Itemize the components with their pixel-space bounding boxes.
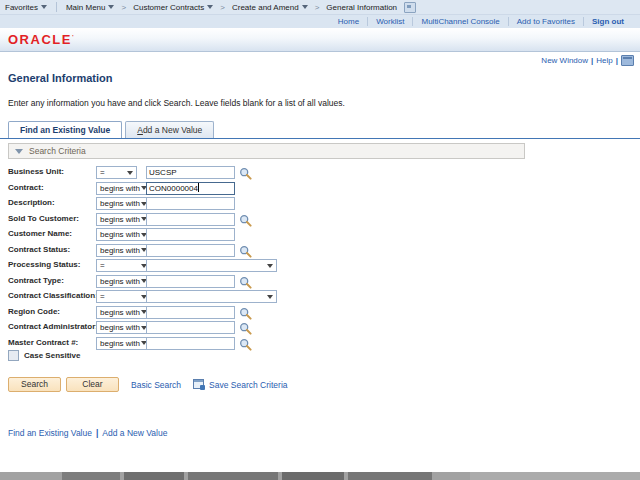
- value-input[interactable]: [146, 321, 235, 334]
- bottom-links: Find an Existing Value|Add a New Value: [8, 428, 167, 438]
- value-input[interactable]: [146, 337, 235, 350]
- header-link-add-to-favorites[interactable]: Add to Favorites: [508, 17, 583, 26]
- operator-value: begins with: [100, 199, 140, 208]
- new-window-link[interactable]: New Window: [541, 56, 588, 65]
- lookup-icon[interactable]: [239, 337, 252, 350]
- breadcrumb-chevron-icon: >: [315, 3, 320, 12]
- save-search-icon[interactable]: [193, 379, 205, 390]
- favorites-menu[interactable]: Favorites: [0, 0, 52, 14]
- lookup-icon[interactable]: [239, 306, 252, 319]
- value-select[interactable]: [146, 290, 277, 303]
- action-row: Search Clear Basic Search Save Search Cr…: [8, 377, 288, 392]
- header-links: HomeWorklistMultiChannel ConsoleAdd to F…: [330, 17, 583, 26]
- save-search-icon-badge: [200, 385, 205, 390]
- operator-value: begins with: [100, 339, 140, 348]
- operator-select[interactable]: begins with: [96, 244, 151, 257]
- value-input[interactable]: [146, 228, 235, 241]
- header-links-bar: HomeWorklistMultiChannel ConsoleAdd to F…: [0, 15, 640, 28]
- operator-select[interactable]: =: [96, 166, 137, 179]
- operator-select[interactable]: begins with: [96, 337, 151, 350]
- operator-select[interactable]: begins with: [96, 213, 151, 226]
- favorites-label: Favorites: [5, 3, 38, 12]
- value-input[interactable]: [146, 306, 235, 319]
- save-search-criteria-link[interactable]: Save Search Criteria: [209, 380, 287, 390]
- breadcrumb-item-label: Main Menu: [66, 3, 106, 12]
- field-row: Region Code: begins with: [0, 306, 640, 320]
- tab-find-an-existing-value[interactable]: Find an Existing Value: [8, 121, 122, 138]
- header-link-multichannel-console[interactable]: MultiChannel Console: [412, 17, 507, 26]
- operator-select[interactable]: begins with: [96, 182, 151, 195]
- field-row: Processing Status: =: [0, 259, 640, 273]
- page-popup-icon[interactable]: [404, 2, 416, 13]
- value-input[interactable]: USCSP: [146, 166, 235, 179]
- breadcrumb-items: Main Menu>Customer Contracts>Create and …: [61, 2, 421, 13]
- operator-value: begins with: [100, 184, 140, 193]
- search-criteria-header[interactable]: Search Criteria: [8, 143, 525, 159]
- bottom-link-add-a-new-value[interactable]: Add a New Value: [102, 428, 167, 438]
- taskbar-segment: [124, 472, 184, 480]
- operator-select[interactable]: begins with: [96, 228, 151, 241]
- case-sensitive-row: Case Sensitive: [8, 350, 80, 361]
- field-row: Customer Name: begins with: [0, 228, 640, 242]
- help-link[interactable]: Help: [596, 56, 612, 65]
- field-row: Contract Classification: =: [0, 290, 640, 304]
- value-input[interactable]: [146, 197, 235, 210]
- breadcrumb-item-label: General Information: [326, 3, 397, 12]
- clear-button[interactable]: Clear: [66, 377, 119, 392]
- breadcrumb-item-general-information[interactable]: General Information: [321, 2, 421, 13]
- operator-select[interactable]: =: [96, 290, 151, 303]
- operator-value: begins with: [100, 230, 140, 239]
- breadcrumb-item-main-menu[interactable]: Main Menu: [61, 3, 120, 12]
- collapse-triangle-icon: [15, 149, 23, 154]
- value-select[interactable]: [146, 259, 277, 272]
- basic-search-link[interactable]: Basic Search: [131, 380, 181, 390]
- field-row: Sold To Customer: begins with: [0, 213, 640, 227]
- signout-button[interactable]: Sign out: [583, 17, 632, 26]
- bottom-link-find-an-existing-value[interactable]: Find an Existing Value: [8, 428, 92, 438]
- operator-value: =: [100, 292, 105, 301]
- operator-select[interactable]: begins with: [96, 321, 151, 334]
- utility-separator: |: [591, 56, 593, 65]
- field-label: Contract Type:: [8, 276, 64, 285]
- field-row: Master Contract #: begins with: [0, 337, 640, 351]
- breadcrumb-item-create-and-amend[interactable]: Create and Amend: [227, 3, 313, 12]
- tab-add-a-new-value[interactable]: Add a New Value: [125, 121, 214, 138]
- taskbar-segment: [282, 472, 344, 480]
- value-input[interactable]: [146, 275, 235, 288]
- field-label: Master Contract #:: [8, 338, 78, 347]
- lookup-icon[interactable]: [239, 166, 252, 179]
- lookup-icon[interactable]: [239, 275, 252, 288]
- field-label: Contract Status:: [8, 245, 70, 254]
- personalize-page-icon[interactable]: [621, 55, 634, 66]
- field-label: Sold To Customer:: [8, 214, 79, 223]
- breadcrumb-item-label: Create and Amend: [232, 3, 299, 12]
- instruction-text: Enter any information you have and click…: [8, 98, 345, 108]
- select-arrow-icon: [127, 171, 133, 175]
- lookup-icon[interactable]: [239, 244, 252, 257]
- header-link-worklist[interactable]: Worklist: [367, 17, 412, 26]
- field-row: Contract Type: begins with: [0, 275, 640, 289]
- field-label: Processing Status:: [8, 260, 80, 269]
- operator-select[interactable]: begins with: [96, 275, 151, 288]
- value-input[interactable]: [146, 213, 235, 226]
- search-criteria-label: Search Criteria: [29, 146, 86, 156]
- lookup-icon[interactable]: [239, 321, 252, 334]
- operator-select[interactable]: begins with: [96, 306, 151, 319]
- search-button[interactable]: Search: [8, 377, 61, 392]
- taskbar-segment: [348, 472, 432, 480]
- header-link-home[interactable]: Home: [330, 17, 367, 26]
- breadcrumb-item-label: Customer Contracts: [133, 3, 204, 12]
- operator-select[interactable]: =: [96, 259, 151, 272]
- field-label: Customer Name:: [8, 229, 72, 238]
- tab-underline: [0, 138, 640, 139]
- case-sensitive-checkbox[interactable]: [8, 350, 19, 361]
- operator-select[interactable]: begins with: [96, 197, 151, 210]
- text-cursor: [198, 183, 199, 192]
- breadcrumb-item-customer-contracts[interactable]: Customer Contracts: [128, 3, 218, 12]
- value-input[interactable]: CON0000004: [146, 182, 235, 195]
- field-label: Region Code:: [8, 307, 60, 316]
- chevron-down-icon: [108, 5, 114, 9]
- field-row: Contract Administrator: begins with: [0, 321, 640, 335]
- value-input[interactable]: [146, 244, 235, 257]
- lookup-icon[interactable]: [239, 213, 252, 226]
